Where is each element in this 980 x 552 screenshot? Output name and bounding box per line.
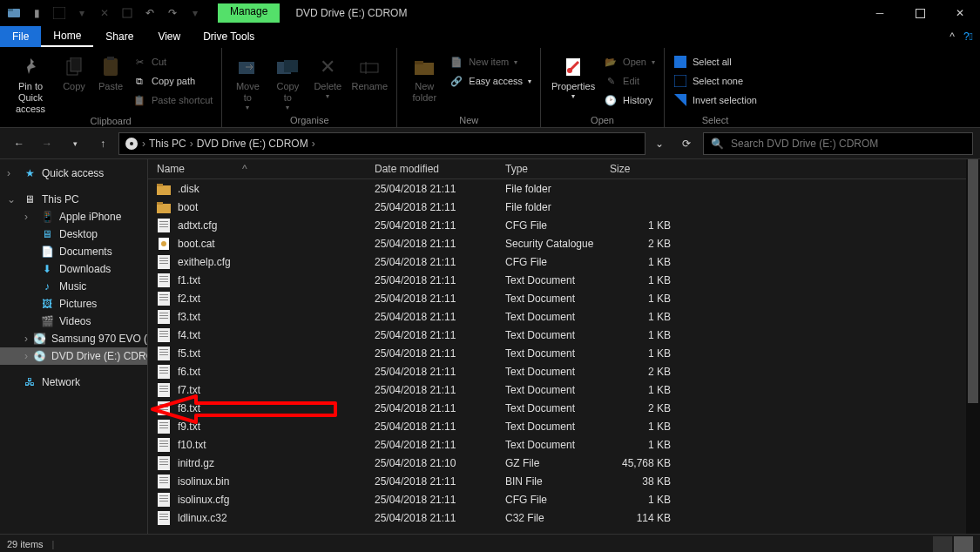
- file-row[interactable]: boot.cat25/04/2018 21:11Security Catalog…: [148, 234, 980, 252]
- nav-desktop[interactable]: 🖥Desktop: [0, 226, 147, 243]
- col-header-type[interactable]: Type: [505, 163, 610, 175]
- nav-dvd-drive[interactable]: ›💿DVD Drive (E:) CDRO: [0, 347, 147, 365]
- expand-icon[interactable]: ›: [7, 167, 17, 179]
- nav-pictures[interactable]: 🖼Pictures: [0, 295, 147, 313]
- open-button[interactable]: 📂Open ▾: [600, 53, 659, 71]
- copy-to-button[interactable]: Copy to▾: [267, 50, 308, 112]
- file-row[interactable]: f10.txt25/04/2018 21:11Text Document1 KB: [148, 435, 980, 454]
- tab-view[interactable]: View: [145, 26, 193, 47]
- file-row[interactable]: boot25/04/2018 21:11File folder: [148, 198, 980, 216]
- select-all-button[interactable]: Select all: [670, 53, 760, 71]
- move-to-button[interactable]: Move to▾: [227, 50, 267, 112]
- nav-iphone[interactable]: ›📱Apple iPhone: [0, 208, 147, 226]
- copy-path-button[interactable]: ⧉Copy path: [129, 72, 216, 90]
- back-button[interactable]: ←: [7, 131, 31, 156]
- undo-icon[interactable]: ↶: [139, 3, 160, 24]
- col-header-name[interactable]: Name ^: [157, 163, 375, 175]
- nav-this-pc[interactable]: ⌄🖥This PC: [0, 191, 147, 208]
- crumb-this-pc[interactable]: This PC: [149, 138, 186, 150]
- nav-samsung-drive[interactable]: ›💽Samsung 970 EVO (: [0, 330, 147, 347]
- select-none-button[interactable]: Select none: [670, 72, 760, 90]
- expand-icon[interactable]: ›: [24, 350, 28, 362]
- forward-button[interactable]: →: [35, 131, 59, 156]
- copy-button[interactable]: Copy: [56, 50, 92, 92]
- close-button[interactable]: ✕: [940, 0, 980, 26]
- file-row[interactable]: .disk25/04/2018 21:11File folder: [148, 179, 980, 198]
- nav-music[interactable]: ♪Music: [0, 278, 147, 295]
- rename-button[interactable]: Rename: [348, 50, 391, 92]
- help-icon[interactable]: ?⃝: [963, 30, 973, 43]
- col-header-date[interactable]: Date modified: [375, 163, 505, 175]
- svg-rect-23: [157, 184, 163, 186]
- file-row[interactable]: f8.txt25/04/2018 21:11Text Document2 KB: [148, 399, 980, 417]
- file-row[interactable]: f3.txt25/04/2018 21:11Text Document1 KB: [148, 307, 980, 326]
- edit-button[interactable]: ✎Edit: [600, 72, 659, 90]
- pin-to-quick-access-button[interactable]: Pin to Quick access: [5, 50, 56, 116]
- file-row[interactable]: isolinux.bin25/04/2018 21:11BIN File38 K…: [148, 472, 980, 490]
- chevron-right-icon[interactable]: ›: [142, 138, 145, 150]
- file-row[interactable]: f1.txt25/04/2018 21:11Text Document1 KB: [148, 271, 980, 289]
- file-list[interactable]: .disk25/04/2018 21:11File folderboot25/0…: [148, 179, 980, 534]
- redo-icon[interactable]: ↷: [162, 3, 183, 24]
- file-row[interactable]: f4.txt25/04/2018 21:11Text Document1 KB: [148, 326, 980, 344]
- tab-home[interactable]: Home: [41, 26, 93, 47]
- file-menu-button[interactable]: File: [0, 26, 41, 47]
- file-row[interactable]: f6.txt25/04/2018 21:11Text Document2 KB: [148, 362, 980, 380]
- nav-network[interactable]: 🖧Network: [0, 374, 147, 391]
- new-folder-qat-icon[interactable]: ▾: [71, 3, 92, 24]
- minimize-button[interactable]: ─: [860, 0, 900, 26]
- pin-icon: [17, 55, 44, 79]
- rename-qat-icon[interactable]: [117, 3, 138, 24]
- tab-drive-tools[interactable]: Drive Tools: [193, 26, 265, 47]
- maximize-button[interactable]: [900, 0, 940, 26]
- vertical-scrollbar[interactable]: [966, 159, 980, 534]
- file-type: Text Document: [505, 329, 610, 341]
- easy-access-button[interactable]: 🔗Easy access ▾: [446, 72, 535, 90]
- new-item-button[interactable]: 📄New item ▾: [446, 53, 535, 71]
- delete-button[interactable]: ✕ Delete▾: [308, 50, 348, 101]
- nav-documents[interactable]: 📄Documents: [0, 243, 147, 260]
- nav-videos[interactable]: 🎬Videos: [0, 313, 147, 330]
- breadcrumb[interactable]: › This PC › DVD Drive (E:) CDROM ›: [118, 132, 645, 155]
- nav-downloads[interactable]: ⬇Downloads: [0, 260, 147, 278]
- crumb-dvd-drive[interactable]: DVD Drive (E:) CDROM: [197, 138, 308, 150]
- expand-icon[interactable]: ›: [24, 333, 28, 345]
- manage-context-tab[interactable]: Manage: [218, 3, 280, 23]
- more-qat-icon[interactable]: ▾: [185, 3, 206, 24]
- collapse-icon[interactable]: ⌄: [7, 193, 17, 205]
- file-row[interactable]: f7.txt25/04/2018 21:11Text Document1 KB: [148, 380, 980, 399]
- ribbon-collapse-icon[interactable]: ^: [950, 30, 955, 43]
- file-row[interactable]: f2.txt25/04/2018 21:11Text Document1 KB: [148, 289, 980, 307]
- view-details-button[interactable]: [933, 536, 952, 552]
- chevron-right-icon[interactable]: ›: [312, 138, 315, 150]
- file-row[interactable]: ldlinux.c3225/04/2018 21:11C32 File114 K…: [148, 508, 980, 527]
- file-row[interactable]: adtxt.cfg25/04/2018 21:11CFG File1 KB: [148, 216, 980, 234]
- file-row[interactable]: isolinux.cfg25/04/2018 21:11CFG File1 KB: [148, 490, 980, 508]
- file-row[interactable]: f9.txt25/04/2018 21:11Text Document1 KB: [148, 417, 980, 435]
- scrollbar-thumb[interactable]: [968, 159, 978, 403]
- up-button[interactable]: ↑: [91, 131, 115, 156]
- properties-qat-icon[interactable]: [49, 3, 70, 24]
- svg-rect-44: [158, 310, 170, 324]
- paste-button[interactable]: Paste: [92, 50, 129, 92]
- recent-locations-button[interactable]: ▾: [63, 131, 87, 156]
- properties-button[interactable]: Properties▾: [546, 50, 600, 101]
- file-row[interactable]: exithelp.cfg25/04/2018 21:11CFG File1 KB: [148, 252, 980, 271]
- new-folder-button[interactable]: New folder: [402, 50, 446, 104]
- search-input[interactable]: 🔍 Search DVD Drive (E:) CDROM: [703, 132, 973, 155]
- nav-quick-access[interactable]: ›★Quick access: [0, 165, 147, 182]
- breadcrumb-history-button[interactable]: ⌄: [649, 132, 670, 155]
- invert-selection-button[interactable]: Invert selection: [670, 91, 760, 109]
- tab-share[interactable]: Share: [93, 26, 145, 47]
- file-row[interactable]: f5.txt25/04/2018 21:11Text Document1 KB: [148, 344, 980, 362]
- expand-icon[interactable]: ›: [24, 211, 35, 223]
- file-row[interactable]: initrd.gz25/04/2018 21:10GZ File45,768 K…: [148, 454, 980, 472]
- history-button[interactable]: 🕑History: [600, 91, 659, 109]
- cut-button[interactable]: ✂Cut: [129, 53, 216, 71]
- refresh-button[interactable]: ⟳: [673, 132, 700, 155]
- paste-shortcut-button[interactable]: 📋Paste shortcut: [129, 91, 216, 109]
- view-large-icons-button[interactable]: [954, 536, 973, 552]
- delete-qat-icon[interactable]: ✕: [94, 3, 115, 24]
- col-header-size[interactable]: Size: [610, 163, 679, 175]
- chevron-right-icon[interactable]: ›: [190, 138, 193, 150]
